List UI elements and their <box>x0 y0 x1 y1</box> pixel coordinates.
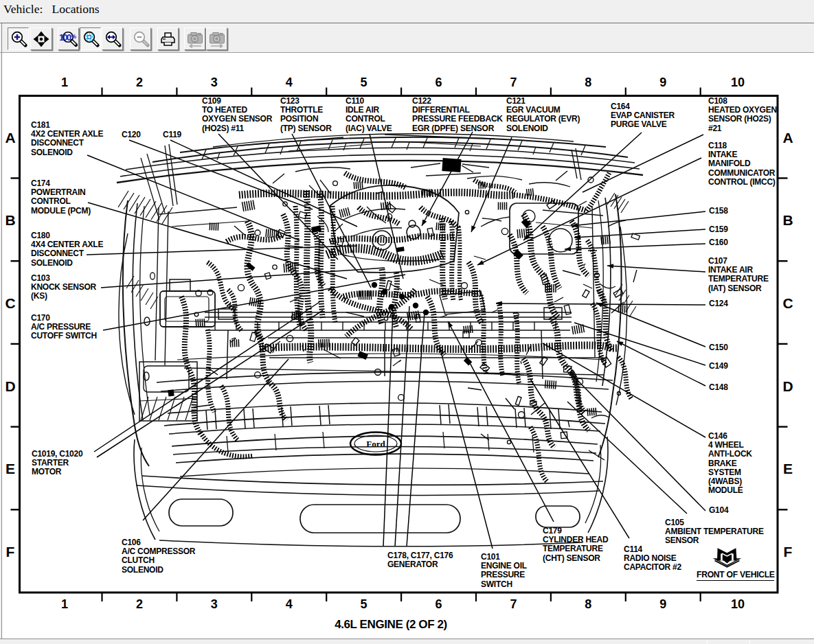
svg-text:A/C COMPRESSOR: A/C COMPRESSOR <box>122 547 196 556</box>
svg-text:CONTROL: CONTROL <box>346 114 385 124</box>
svg-text:C164: C164 <box>611 102 630 111</box>
svg-text:TO HEATED: TO HEATED <box>202 105 248 115</box>
svg-text:BRAKE: BRAKE <box>708 459 737 468</box>
svg-text:C118: C118 <box>708 141 727 150</box>
svg-text:7: 7 <box>510 76 517 89</box>
svg-text:STARTER: STARTER <box>32 458 69 468</box>
svg-text:OXYGEN SENSOR: OXYGEN SENSOR <box>202 114 273 124</box>
svg-text:C105: C105 <box>665 518 684 527</box>
svg-text:C121: C121 <box>506 96 525 106</box>
svg-text:MODULE: MODULE <box>708 485 743 495</box>
svg-text:4 WHEEL: 4 WHEEL <box>708 440 744 450</box>
svg-text:D: D <box>5 378 15 394</box>
svg-text:1: 1 <box>61 76 68 89</box>
svg-text:TEMPERATURE: TEMPERATURE <box>543 544 603 553</box>
svg-text:6: 6 <box>435 597 442 611</box>
svg-text:C: C <box>5 295 15 311</box>
svg-text:C106: C106 <box>122 538 141 547</box>
svg-text:C119: C119 <box>163 130 182 139</box>
svg-text:FRONT OF VEHICLE: FRONT OF VEHICLE <box>697 570 775 579</box>
svg-text:SENSOR: SENSOR <box>665 536 699 545</box>
svg-text:C114: C114 <box>624 544 643 554</box>
svg-text:Ford: Ford <box>366 439 385 449</box>
svg-text:AMBIENT TEMPERATURE: AMBIENT TEMPERATURE <box>665 527 764 536</box>
svg-text:F: F <box>6 544 15 560</box>
svg-text:3: 3 <box>211 597 218 611</box>
svg-text:TEMPERATURE: TEMPERATURE <box>708 274 769 284</box>
svg-text:MANIFOLD: MANIFOLD <box>708 159 751 168</box>
svg-text:SOLENOID: SOLENOID <box>506 124 548 133</box>
svg-text:F: F <box>784 544 793 560</box>
svg-text:C101: C101 <box>481 552 500 562</box>
svg-text:5: 5 <box>361 76 368 89</box>
svg-text:C159: C159 <box>709 225 728 234</box>
svg-text:PURGE VALVE: PURGE VALVE <box>611 119 667 129</box>
svg-text:E: E <box>783 461 793 476</box>
svg-text:C103: C103 <box>31 273 50 283</box>
svg-text:(IAC) VALVE: (IAC) VALVE <box>346 124 392 133</box>
svg-text:6: 6 <box>435 76 442 89</box>
svg-text:7: 7 <box>510 597 517 611</box>
svg-text:DIFFERENTIAL: DIFFERENTIAL <box>412 105 470 115</box>
svg-text:3: 3 <box>211 76 218 89</box>
svg-text:C146: C146 <box>708 431 727 441</box>
svg-text:C150: C150 <box>709 343 728 352</box>
svg-text:SENSOR (HO2S): SENSOR (HO2S) <box>708 114 771 124</box>
svg-text:CONTROL (IMCC): CONTROL (IMCC) <box>708 177 776 187</box>
svg-text:4X4 CENTER AXLE: 4X4 CENTER AXLE <box>31 240 103 249</box>
svg-text:EGR VACUUM: EGR VACUUM <box>506 105 561 115</box>
svg-text:2: 2 <box>136 76 143 89</box>
svg-text:5: 5 <box>361 597 368 611</box>
svg-text:EVAP CANISTER: EVAP CANISTER <box>611 111 675 120</box>
svg-text:IDLE AIR: IDLE AIR <box>346 105 379 115</box>
svg-text:C160: C160 <box>709 238 728 247</box>
svg-text:C170: C170 <box>31 313 50 323</box>
svg-text:4X2 CENTER AXLE: 4X2 CENTER AXLE <box>31 129 103 139</box>
svg-text:C120: C120 <box>122 130 141 139</box>
svg-text:(HO2S) #11: (HO2S) #11 <box>202 124 244 133</box>
svg-text:INTAKE: INTAKE <box>708 150 738 159</box>
svg-text:C178, C177, C176: C178, C177, C176 <box>387 551 453 560</box>
svg-text:C108: C108 <box>708 96 727 106</box>
svg-text:10: 10 <box>731 597 745 611</box>
svg-text:(KS): (KS) <box>31 291 47 301</box>
svg-text:(4WABS): (4WABS) <box>708 476 742 486</box>
svg-text:CONTROL: CONTROL <box>31 196 71 206</box>
svg-text:C1019, C1020: C1019, C1020 <box>32 449 83 459</box>
svg-text:A/C PRESSURE: A/C PRESSURE <box>31 322 91 332</box>
svg-text:8: 8 <box>585 597 591 611</box>
svg-text:E: E <box>5 461 15 476</box>
svg-text:EGR (DPFE) SENSOR: EGR (DPFE) SENSOR <box>412 124 495 133</box>
svg-text:%: % <box>71 33 76 40</box>
svg-text:D: D <box>782 378 793 394</box>
svg-text:C: C <box>782 295 793 311</box>
svg-text:B: B <box>5 212 15 228</box>
svg-text:DISCONNECT: DISCONNECT <box>31 138 84 148</box>
svg-text:C124: C124 <box>709 299 728 308</box>
svg-text:C149: C149 <box>709 361 728 371</box>
svg-text:SWITCH: SWITCH <box>481 579 512 589</box>
svg-text:100: 100 <box>60 33 71 43</box>
svg-text:PRESSURE FEEDBACK: PRESSURE FEEDBACK <box>412 114 503 124</box>
svg-text:SOLENOID: SOLENOID <box>31 148 73 157</box>
svg-text:INTAKE AIR: INTAKE AIR <box>708 265 753 275</box>
svg-text:ENGINE OIL: ENGINE OIL <box>481 561 527 571</box>
svg-text:4.6L ENGINE (2 OF 2): 4.6L ENGINE (2 OF 2) <box>335 618 447 631</box>
svg-text:B: B <box>782 212 793 228</box>
svg-text:C181: C181 <box>31 120 50 130</box>
svg-text:1: 1 <box>61 597 68 611</box>
svg-text:COMMUNICATOR: COMMUNICATOR <box>708 168 776 178</box>
svg-text:4: 4 <box>286 597 293 611</box>
svg-text:CAPACITOR #2: CAPACITOR #2 <box>624 562 681 572</box>
svg-text:(IAT) SENSOR: (IAT) SENSOR <box>708 284 762 293</box>
svg-text:C122: C122 <box>412 96 431 106</box>
svg-text:#21: #21 <box>708 124 722 133</box>
svg-text:POWERTRAIN: POWERTRAIN <box>31 187 86 197</box>
svg-text:8: 8 <box>585 76 591 89</box>
svg-text:A: A <box>5 130 15 146</box>
svg-text:C110: C110 <box>346 96 365 106</box>
svg-text:A: A <box>782 130 793 146</box>
svg-text:C180: C180 <box>31 231 50 240</box>
svg-text:KNOCK SENSOR: KNOCK SENSOR <box>31 282 97 292</box>
svg-text:HEATED OXYGEN: HEATED OXYGEN <box>708 105 777 115</box>
